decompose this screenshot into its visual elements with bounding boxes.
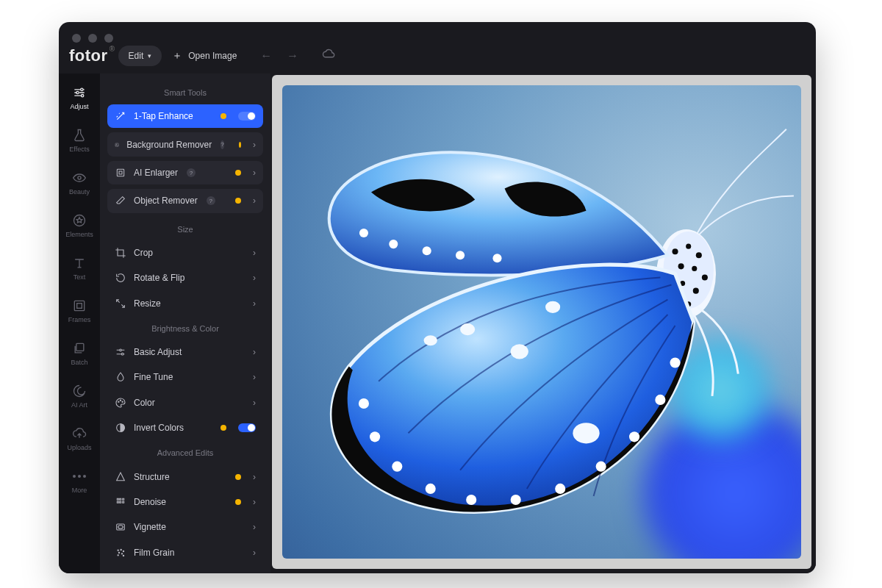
- redo-button[interactable]: →: [287, 49, 298, 62]
- one-tap-enhance-toggle[interactable]: [238, 112, 256, 121]
- rail-label: Uploads: [67, 444, 91, 451]
- tool-label: Fine Tune: [134, 372, 173, 382]
- svg-point-40: [423, 246, 431, 255]
- svg-point-21: [123, 551, 123, 551]
- canvas-image[interactable]: [282, 85, 801, 559]
- svg-point-0: [81, 88, 83, 90]
- svg-point-35: [693, 288, 699, 294]
- svg-point-24: [118, 555, 118, 556]
- chevron-right-icon: ›: [253, 372, 256, 382]
- chevron-right-icon: ›: [253, 347, 256, 357]
- rail-item-adjust[interactable]: Adjust: [59, 78, 100, 118]
- invert-colors-toggle[interactable]: [238, 423, 256, 432]
- rail-item-batch[interactable]: Batch: [59, 334, 100, 373]
- chevron-right-icon: ›: [253, 168, 256, 178]
- svg-point-32: [692, 266, 697, 271]
- tool-crop[interactable]: Crop ›: [107, 241, 263, 265]
- tool-resize[interactable]: Resize ›: [107, 291, 263, 315]
- section-title-smart-tools: Smart Tools: [107, 81, 263, 104]
- svg-rect-5: [74, 301, 84, 310]
- tool-background-remover[interactable]: Background Remover ? ›: [107, 132, 263, 156]
- chevron-right-icon: ›: [253, 248, 256, 258]
- svg-point-47: [466, 495, 476, 505]
- open-image-label: Open Image: [188, 51, 237, 61]
- tool-object-remover[interactable]: Object Remover ? ›: [107, 189, 263, 212]
- wand-icon: [115, 110, 126, 122]
- rail-item-beauty[interactable]: Beauty: [59, 163, 100, 203]
- svg-point-19: [118, 550, 118, 551]
- tool-label: Film Grain: [134, 548, 174, 558]
- rail-item-more[interactable]: More: [59, 462, 100, 501]
- sliders-icon: [72, 85, 87, 100]
- svg-point-46: [426, 484, 436, 494]
- tool-film-grain[interactable]: Film Grain ›: [107, 541, 263, 564]
- svg-point-50: [596, 462, 606, 472]
- svg-point-9: [116, 144, 117, 145]
- svg-point-53: [670, 357, 680, 368]
- svg-point-31: [678, 263, 684, 269]
- resize-icon: [115, 298, 126, 309]
- tool-invert-colors[interactable]: Invert Colors: [107, 416, 263, 440]
- history-nav: ← →: [260, 49, 298, 62]
- svg-rect-7: [76, 343, 84, 351]
- chevron-right-icon: ›: [253, 140, 256, 150]
- svg-point-25: [123, 555, 123, 556]
- tool-structure[interactable]: Structure ›: [107, 465, 263, 488]
- tool-ai-enlarger[interactable]: AI Enlarger ? ›: [107, 161, 263, 184]
- tool-rail: Adjust Effects Beauty Elements Text Fram…: [59, 74, 100, 573]
- tool-one-tap-enhance[interactable]: 1-Tap Enhance: [107, 104, 263, 128]
- svg-point-33: [702, 274, 708, 280]
- tool-label: AI Enlarger: [134, 168, 178, 178]
- window-minimize-dot[interactable]: [88, 34, 97, 43]
- rail-item-text[interactable]: Text: [59, 248, 100, 288]
- frame-icon: [72, 298, 87, 313]
- window-close-dot[interactable]: [72, 34, 81, 43]
- chevron-right-icon: ›: [253, 522, 256, 532]
- denoise-icon: [115, 496, 126, 508]
- tool-label: Structure: [134, 472, 170, 482]
- svg-rect-8: [115, 143, 118, 146]
- tool-basic-adjust[interactable]: Basic Adjust ›: [107, 340, 263, 364]
- premium-indicator: [235, 170, 241, 176]
- edit-dropdown[interactable]: Edit ▾: [118, 46, 162, 66]
- svg-point-41: [456, 251, 465, 259]
- rail-item-frames[interactable]: Frames: [59, 291, 100, 331]
- tool-label: Color: [134, 398, 155, 408]
- rail-label: Text: [74, 273, 86, 281]
- logo-text: fotor: [69, 46, 108, 65]
- svg-point-58: [545, 301, 560, 313]
- open-image-button[interactable]: ＋ Open Image: [172, 49, 237, 62]
- premium-indicator: [235, 474, 241, 480]
- cloud-sync-button[interactable]: [322, 48, 335, 64]
- svg-point-20: [121, 549, 121, 550]
- svg-point-51: [629, 431, 639, 442]
- layers-icon: [72, 341, 87, 356]
- tool-fine-tune[interactable]: Fine Tune ›: [107, 365, 263, 389]
- tool-vignette[interactable]: Vignette ›: [107, 515, 263, 539]
- rail-item-effects[interactable]: Effects: [59, 121, 100, 160]
- rail-label: Effects: [69, 146, 89, 153]
- tool-label: Invert Colors: [134, 423, 184, 433]
- rail-item-elements[interactable]: Elements: [59, 206, 100, 245]
- svg-rect-6: [77, 304, 82, 309]
- tool-rotate-flip[interactable]: Rotate & Flip ›: [107, 266, 263, 290]
- droplet-icon: [115, 371, 126, 383]
- window-maximize-dot[interactable]: [104, 34, 113, 43]
- svg-rect-10: [117, 169, 123, 176]
- rail-label: More: [72, 487, 87, 494]
- rail-item-uploads[interactable]: Uploads: [59, 419, 100, 459]
- rail-item-ai-art[interactable]: AI Art: [59, 376, 100, 416]
- svg-point-15: [122, 401, 123, 402]
- app-window: fotor® Edit ▾ ＋ Open Image ← → Adjust Ef…: [59, 22, 816, 573]
- crop-icon: [115, 247, 126, 259]
- tool-label: Object Remover: [134, 196, 198, 206]
- svg-point-14: [120, 400, 121, 401]
- tool-denoise[interactable]: Denoise ›: [107, 490, 263, 514]
- tool-color[interactable]: Color ›: [107, 391, 263, 415]
- rotate-icon: [115, 272, 126, 284]
- undo-button[interactable]: ←: [260, 49, 272, 62]
- chevron-down-icon: ▾: [148, 52, 151, 60]
- svg-point-57: [424, 335, 437, 345]
- svg-point-56: [460, 323, 475, 335]
- svg-point-30: [696, 252, 702, 258]
